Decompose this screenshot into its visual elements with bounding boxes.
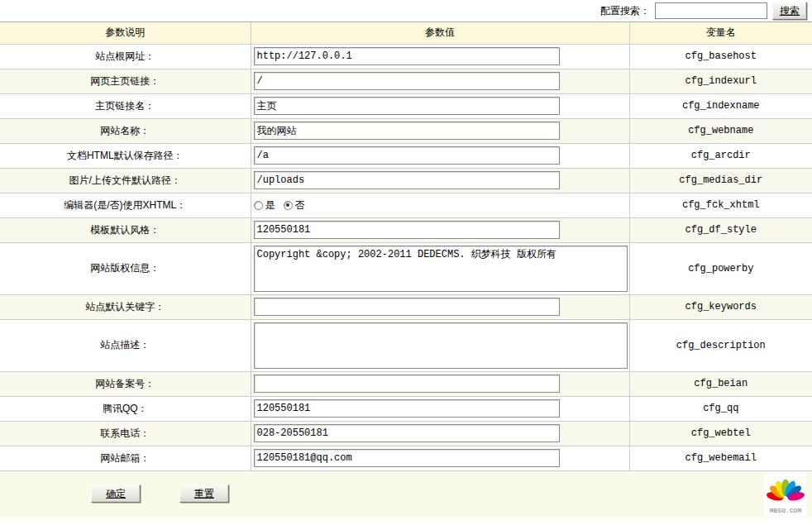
table-row-cfg_keywords: 站点默认关键字：cfg_keywords <box>0 294 812 319</box>
param-input-cfg_df_style[interactable] <box>254 221 560 239</box>
table-row-cfg_webtel: 联系电话：cfg_webtel <box>0 421 812 446</box>
table-row-cfg_basehost: 站点根网址：cfg_basehost <box>0 44 812 69</box>
table-row-cfg_indexurl: 网页主页链接：cfg_indexurl <box>0 69 812 93</box>
table-header-row: 参数说明 参数值 变量名 <box>0 22 812 44</box>
table-row-cfg_arcdir: 文档HTML默认保存路径：cfg_arcdir <box>0 143 812 168</box>
param-label: 腾讯QQ： <box>103 403 148 414</box>
ok-button[interactable]: 确定 <box>91 484 141 503</box>
param-label: 编辑器(是/否)使用XHTML： <box>64 199 186 211</box>
table-row-cfg_beian: 网站备案号：cfg_beian <box>0 371 812 396</box>
param-label: 网页主页链接： <box>90 75 160 87</box>
variable-name: cfg_fck_xhtml <box>682 199 760 211</box>
table-row-cfg_df_style: 模板默认风格：cfg_df_style <box>0 217 812 242</box>
param-label: 联系电话： <box>100 427 150 439</box>
variable-name: cfg_arcdir <box>691 150 751 161</box>
variable-name: cfg_indexname <box>682 100 760 112</box>
param-input-cfg_webname[interactable] <box>254 122 560 140</box>
variable-name: cfg_beian <box>694 378 748 389</box>
config-search-label: 配置搜索： <box>600 4 650 18</box>
param-label: 网站邮箱： <box>100 452 150 464</box>
table-row-cfg_indexname: 主页链接名：cfg_indexname <box>0 93 812 118</box>
param-label: 站点默认关键字： <box>85 301 165 313</box>
table-row-cfg_webname: 网站名称：cfg_webname <box>0 118 812 143</box>
param-input-cfg_qq[interactable] <box>254 399 560 418</box>
param-label: 文档HTML默认保存路径： <box>67 150 184 161</box>
param-input-cfg_indexurl[interactable] <box>254 72 560 90</box>
param-input-cfg_beian[interactable] <box>254 375 560 393</box>
param-label: 网站版权信息： <box>90 262 160 274</box>
param-label: 网站名称： <box>100 125 150 136</box>
variable-name: cfg_qq <box>703 403 738 414</box>
param-input-cfg_medias_dir[interactable] <box>254 171 560 189</box>
config-table-body: 站点根网址：cfg_basehost网页主页链接：cfg_indexurl主页链… <box>0 44 812 470</box>
param-input-cfg_indexname[interactable] <box>254 97 560 115</box>
param-label: 站点描述： <box>100 339 150 351</box>
table-row-cfg_webemail: 网站邮箱：cfg_webemail <box>0 446 812 470</box>
topbar: 配置搜索： 搜索 <box>0 0 812 22</box>
config-table: 参数说明 参数值 变量名 站点根网址：cfg_basehost网页主页链接：cf… <box>0 22 812 471</box>
variable-name: cfg_webname <box>688 125 753 136</box>
variable-name: cfg_powerby <box>688 263 753 274</box>
table-row-cfg_powerby: 网站版权信息：cfg_powerby <box>0 242 812 294</box>
param-label: 主页链接名： <box>95 100 155 112</box>
mb5u-watermark: MB5U.COM <box>764 472 807 516</box>
param-label: 图片/上传文件默认路径： <box>69 174 181 186</box>
reset-button[interactable]: 重置 <box>179 484 229 503</box>
variable-name: cfg_df_style <box>685 224 757 236</box>
column-header-param-value: 参数值 <box>251 22 629 44</box>
column-header-param-desc: 参数说明 <box>0 22 251 44</box>
variable-name: cfg_webtel <box>691 427 751 439</box>
param-label: 网站备案号： <box>95 378 155 389</box>
radio-unchecked-icon[interactable] <box>254 201 263 210</box>
param-input-cfg_arcdir[interactable] <box>254 146 560 165</box>
table-row-cfg_medias_dir: 图片/上传文件默认路径：cfg_medias_dir <box>0 168 812 193</box>
radio-checked-icon[interactable] <box>284 201 293 210</box>
variable-name: cfg_keywords <box>685 301 757 313</box>
table-row-cfg_qq: 腾讯QQ：cfg_qq <box>0 396 812 421</box>
column-header-var-name: 变量名 <box>629 22 812 44</box>
search-button[interactable]: 搜索 <box>772 2 807 20</box>
param-input-cfg_keywords[interactable] <box>254 298 560 316</box>
radio-option: 否 <box>284 199 305 211</box>
variable-name: cfg_medias_dir <box>679 174 762 186</box>
param-textarea-cfg_powerby[interactable] <box>254 246 628 292</box>
radio-option-label: 是 <box>265 199 275 211</box>
param-input-cfg_basehost[interactable] <box>254 47 560 65</box>
variable-name: cfg_indexurl <box>685 75 757 87</box>
table-row-cfg_fck_xhtml: 编辑器(是/否)使用XHTML：是否cfg_fck_xhtml <box>0 193 812 217</box>
config-search-input[interactable] <box>655 2 767 19</box>
param-input-cfg_webemail[interactable] <box>254 449 560 467</box>
watermark-text: MB5U.COM <box>770 507 802 514</box>
param-label: 站点根网址： <box>95 50 155 62</box>
variable-name: cfg_basehost <box>685 50 757 62</box>
param-input-cfg_webtel[interactable] <box>254 424 560 442</box>
param-textarea-cfg_description[interactable] <box>254 322 628 369</box>
footer: 确定 重置 MB5U.COM <box>0 471 812 517</box>
variable-name: cfg_description <box>676 340 766 351</box>
radio-option-label: 否 <box>295 199 305 211</box>
param-label: 模板默认风格： <box>90 224 160 236</box>
variable-name: cfg_webemail <box>685 452 757 464</box>
table-row-cfg_description: 站点描述：cfg_description <box>0 319 812 371</box>
radio-option: 是 <box>254 199 275 211</box>
